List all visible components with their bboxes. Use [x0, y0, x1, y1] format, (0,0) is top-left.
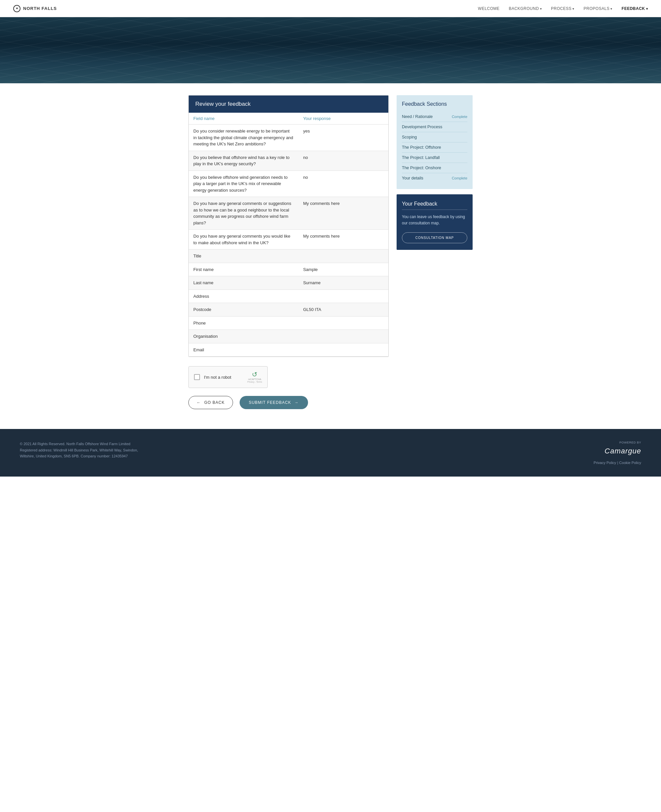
buttons-row: ← GO BACK SUBMIT FEEDBACK → [188, 396, 389, 409]
section-item[interactable]: The Project: Onshore [402, 163, 467, 173]
feedback-caret: ▾ [646, 7, 648, 11]
powered-by-label: POWERED BY [619, 441, 641, 444]
section-label: Development Process [402, 124, 442, 129]
table-row: First nameSample [189, 263, 388, 276]
field-cell: Email [189, 343, 299, 357]
table-row: Do you have any general comments or sugg… [189, 197, 388, 230]
back-arrow-icon: ← [196, 400, 201, 405]
camargue-brand: Camargue [605, 447, 641, 455]
your-feedback-title: Your Feedback [402, 201, 467, 207]
footer-address2: Wiltshire, United Kingdom, SN5 6PB. Comp… [20, 453, 138, 459]
main-container: Review your feedback Field name Your res… [182, 83, 479, 429]
response-cell [299, 249, 388, 263]
feedback-sections-box: Feedback Sections Need / RationaleComple… [397, 95, 473, 189]
response-cell [299, 316, 388, 330]
section-item[interactable]: Development Process [402, 122, 467, 132]
section-item[interactable]: Need / RationaleComplete [402, 112, 467, 122]
logo-circle: ✦ [13, 5, 21, 12]
submit-arrow-icon: → [294, 400, 299, 405]
consultation-map-button[interactable]: CONSULTATION MAP [402, 232, 467, 243]
review-header: Review your feedback [189, 96, 388, 113]
response-cell [299, 343, 388, 357]
process-caret: ▾ [572, 7, 575, 11]
section-item[interactable]: Your detailsComplete [402, 173, 467, 183]
captcha-box[interactable]: I'm not a robot ↺ reCAPTCHA Privacy - Te… [188, 366, 268, 388]
footer-left: © 2021 All Rights Reserved. North Falls … [20, 441, 138, 459]
logo-text: NORTH FALLS [23, 6, 57, 11]
response-cell [299, 330, 388, 343]
site-logo[interactable]: ✦ NORTH FALLS [13, 5, 57, 12]
table-row: Do you believe offshore wind generation … [189, 171, 388, 197]
section-item[interactable]: The Project: Offshore [402, 142, 467, 153]
footer-separator: | [617, 461, 618, 465]
col-field: Field name [189, 113, 299, 124]
sections-list: Need / RationaleCompleteDevelopment Proc… [402, 112, 467, 183]
hero-waves [0, 17, 661, 83]
footer-address: Registered address: Windmill Hill Busine… [20, 447, 138, 453]
field-cell: Do you believe offshore wind generation … [189, 171, 299, 197]
cookie-policy-link[interactable]: Cookie Policy [619, 461, 641, 465]
table-row: Do you have any general comments you wou… [189, 230, 388, 249]
left-panel: Review your feedback Field name Your res… [188, 95, 389, 409]
captcha-label: I'm not a robot [204, 375, 243, 380]
field-cell: Title [189, 249, 299, 263]
section-label: The Project: Onshore [402, 166, 441, 170]
recaptcha-brand: reCAPTCHA [248, 378, 262, 380]
field-cell: Do you consider renewable energy to be i… [189, 124, 299, 151]
feedback-table: Field name Your response Do you consider… [189, 113, 388, 357]
review-title: Review your feedback [195, 101, 251, 107]
nav-proposals[interactable]: PROPOSALS▾ [584, 6, 612, 11]
nav-process[interactable]: PROCESS▾ [551, 6, 575, 11]
section-label: The Project: Landfall [402, 155, 440, 160]
field-cell: Organisation [189, 330, 299, 343]
nav-welcome[interactable]: WELCOME [478, 6, 500, 11]
section-badge: Complete [452, 115, 467, 119]
response-cell: Surname [299, 276, 388, 290]
privacy-policy-link[interactable]: Privacy Policy [594, 461, 616, 465]
response-cell: no [299, 151, 388, 171]
table-row: PostcodeGL50 ITA [189, 303, 388, 317]
field-cell: Last name [189, 276, 299, 290]
footer: © 2021 All Rights Reserved. North Falls … [0, 429, 661, 477]
col-response: Your response [299, 113, 388, 124]
go-back-button[interactable]: ← GO BACK [188, 396, 233, 409]
footer-right: POWERED BY Camargue Privacy Policy | Coo… [594, 441, 641, 465]
response-cell: no [299, 171, 388, 197]
recaptcha-icon: ↺ [252, 371, 257, 378]
footer-copyright: © 2021 All Rights Reserved. North Falls … [20, 441, 138, 447]
table-row: Do you consider renewable energy to be i… [189, 124, 388, 151]
section-label: Your details [402, 176, 423, 180]
captcha-logo: ↺ reCAPTCHA Privacy - Terms [247, 371, 262, 383]
field-cell: Address [189, 289, 299, 303]
your-feedback-text: You can leave us feedback by using our c… [402, 214, 467, 227]
section-label: Scoping [402, 135, 417, 139]
response-cell: My comments here [299, 230, 388, 249]
response-cell: GL50 ITA [299, 303, 388, 317]
field-cell: Do you have any general comments or sugg… [189, 197, 299, 230]
table-row: Address [189, 289, 388, 303]
field-cell: Phone [189, 316, 299, 330]
submit-feedback-button[interactable]: SUBMIT FEEDBACK → [239, 396, 308, 409]
nav-feedback[interactable]: FEEDBACK▾ [622, 6, 648, 11]
nav-links: WELCOME BACKGROUND▾ PROCESS▾ PROPOSALS▾ … [478, 6, 648, 11]
hero-image [0, 17, 661, 83]
captcha-checkbox[interactable] [194, 374, 200, 380]
background-caret: ▾ [540, 7, 542, 11]
table-row: Email [189, 343, 388, 357]
table-row: Phone [189, 316, 388, 330]
field-cell: Do you have any general comments you wou… [189, 230, 299, 249]
recaptcha-privacy: Privacy - Terms [247, 381, 262, 383]
section-item[interactable]: Scoping [402, 132, 467, 142]
right-panel: Feedback Sections Need / RationaleComple… [397, 95, 473, 250]
section-label: The Project: Offshore [402, 145, 441, 150]
nav-background[interactable]: BACKGROUND▾ [509, 6, 542, 11]
submit-label: SUBMIT FEEDBACK [249, 400, 291, 405]
your-feedback-box: Your Feedback You can leave us feedback … [397, 194, 473, 250]
section-label: Need / Rationale [402, 114, 433, 119]
field-cell: First name [189, 263, 299, 276]
field-cell: Do you believe that offshore wind has a … [189, 151, 299, 171]
response-cell: My comments here [299, 197, 388, 230]
section-item[interactable]: The Project: Landfall [402, 153, 467, 163]
response-cell: yes [299, 124, 388, 151]
table-row: Title [189, 249, 388, 263]
